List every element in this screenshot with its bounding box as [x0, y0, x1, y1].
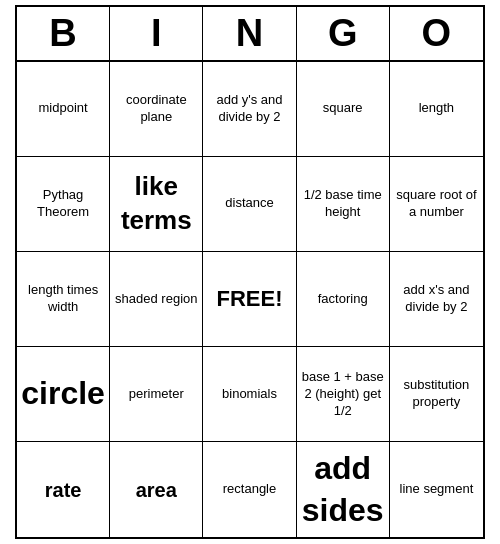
bingo-cell: square	[297, 62, 390, 157]
bingo-cell: distance	[203, 157, 296, 252]
bingo-cell: rate	[17, 442, 110, 537]
bingo-cell: square root of a number	[390, 157, 483, 252]
bingo-cell: 1/2 base time height	[297, 157, 390, 252]
bingo-cell: midpoint	[17, 62, 110, 157]
bingo-cell: rectangle	[203, 442, 296, 537]
header-letter: B	[17, 7, 110, 60]
bingo-header: BINGO	[17, 7, 483, 62]
bingo-cell: shaded region	[110, 252, 203, 347]
bingo-cell: coordinate plane	[110, 62, 203, 157]
bingo-cell: area	[110, 442, 203, 537]
header-letter: N	[203, 7, 296, 60]
bingo-cell: add x's and divide by 2	[390, 252, 483, 347]
bingo-cell: like terms	[110, 157, 203, 252]
bingo-cell: binomials	[203, 347, 296, 442]
bingo-grid: midpointcoordinate planeadd y's and divi…	[17, 62, 483, 538]
bingo-cell: circle	[17, 347, 110, 442]
bingo-cell: FREE!	[203, 252, 296, 347]
header-letter: O	[390, 7, 483, 60]
bingo-cell: length times width	[17, 252, 110, 347]
header-letter: G	[297, 7, 390, 60]
bingo-cell: Pythag Theorem	[17, 157, 110, 252]
header-letter: I	[110, 7, 203, 60]
bingo-cell: substitution property	[390, 347, 483, 442]
bingo-cell: add sides	[297, 442, 390, 537]
bingo-cell: add y's and divide by 2	[203, 62, 296, 157]
bingo-cell: length	[390, 62, 483, 157]
bingo-cell: factoring	[297, 252, 390, 347]
bingo-cell: perimeter	[110, 347, 203, 442]
bingo-cell: base 1 + base 2 (height) get 1/2	[297, 347, 390, 442]
bingo-cell: line segment	[390, 442, 483, 537]
bingo-card: BINGO midpointcoordinate planeadd y's an…	[15, 5, 485, 540]
